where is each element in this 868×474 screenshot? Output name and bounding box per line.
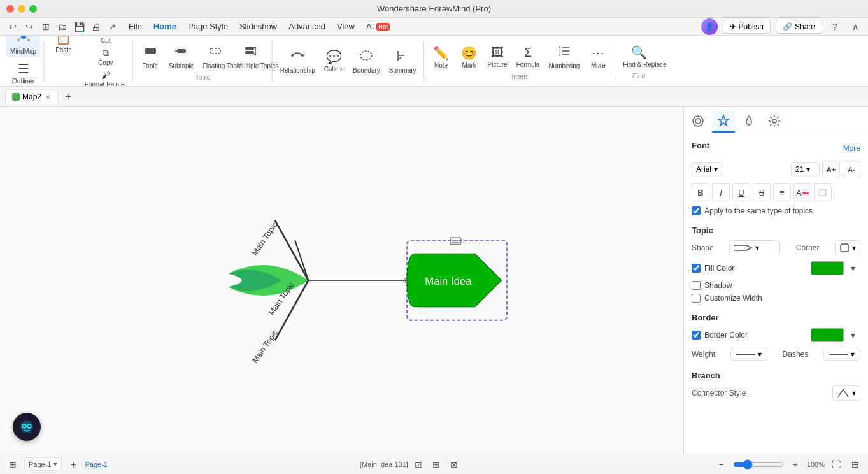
customize-width-checkbox[interactable]	[692, 294, 701, 303]
ai-robot-button[interactable]	[13, 413, 41, 441]
shadow-label: Shadow	[704, 281, 732, 290]
fill-color-checkbox[interactable]	[692, 264, 701, 273]
border-color-swatch[interactable]	[811, 328, 844, 342]
relationship-button[interactable]: Relationship	[276, 46, 319, 76]
save-button[interactable]: 💾	[71, 19, 87, 34]
format-painter-button[interactable]: 🖌 Format Painter	[82, 69, 129, 87]
grid-view-button[interactable]: ⊞	[429, 457, 444, 472]
corner-label: Corner	[796, 243, 820, 252]
panel-tab-settings[interactable]	[763, 110, 786, 133]
format-painter-icon: 🖌	[101, 70, 110, 80]
customize-width-label: Customize Width	[704, 294, 762, 303]
menu-file[interactable]: File	[124, 20, 147, 33]
summary-button[interactable]: Summary	[385, 46, 420, 76]
align-button[interactable]: ≡	[773, 183, 791, 201]
panel-tab-ai[interactable]	[712, 110, 735, 133]
close-button[interactable]	[6, 5, 14, 13]
sidebar-toggle-button[interactable]: ⊞	[5, 457, 20, 472]
maximize-button[interactable]	[29, 5, 37, 13]
highlight-button[interactable]	[814, 183, 832, 201]
help-button[interactable]: ?	[827, 19, 843, 34]
expand-button[interactable]: ⊠	[446, 457, 462, 472]
subtopic-button[interactable]: Subtopic	[165, 41, 197, 72]
mindmap-mode-button[interactable]: MindMap	[6, 36, 40, 57]
multiple-topics-button[interactable]: Multiple Topics	[233, 41, 269, 73]
publish-button[interactable]: ✈ Publish	[723, 20, 771, 34]
page-selector[interactable]: Page-1 ▾	[24, 457, 62, 471]
paste-button[interactable]: 📋 Paste	[48, 36, 80, 59]
panel-tab-style[interactable]	[687, 110, 709, 133]
topic-button[interactable]: Topic	[137, 41, 164, 72]
fullscreen-button[interactable]: ⛶	[829, 457, 844, 472]
menu-page-style[interactable]: Page Style	[183, 20, 233, 33]
panel-tab-marker[interactable]	[737, 110, 760, 133]
dashes-select[interactable]: ▾	[823, 348, 860, 361]
fit-view-button[interactable]: ⊡	[411, 457, 426, 472]
more-button[interactable]: ⋯ More	[585, 41, 611, 72]
minimize-button[interactable]	[18, 5, 25, 13]
cut-button[interactable]: ✂ Cut	[82, 36, 129, 45]
font-more-link[interactable]: More	[843, 144, 860, 153]
copy-button[interactable]: ⧉ Copy	[82, 47, 129, 68]
svg-point-29	[405, 277, 411, 284]
share-button[interactable]: 🔗 Share	[776, 20, 822, 34]
picture-button[interactable]: 🖼 Picture	[484, 41, 511, 72]
note-icon: ✏️	[433, 45, 449, 61]
border-color-checkbox[interactable]	[692, 331, 701, 340]
menu-home[interactable]: Home	[148, 20, 181, 33]
svg-point-20	[360, 51, 372, 60]
tab-map2[interactable]: Map2 ✕	[5, 89, 59, 104]
bold-button[interactable]: B	[692, 183, 709, 201]
undo-button[interactable]: ↩	[5, 19, 20, 34]
svg-line-32	[295, 240, 308, 280]
menu-view[interactable]: View	[332, 20, 360, 33]
callout-button[interactable]: 💬 Callout	[320, 46, 348, 76]
apply-same-checkbox[interactable]	[692, 206, 701, 215]
shadow-checkbox[interactable]	[692, 281, 701, 290]
summary-icon	[395, 48, 409, 66]
add-page-button[interactable]: +	[66, 457, 81, 472]
user-avatar[interactable]: 👤	[701, 18, 718, 35]
floating-topic-button[interactable]: Floating Topic	[199, 41, 232, 73]
mark-button[interactable]: 😊 Mark	[456, 41, 483, 72]
numbering-button[interactable]: 123 Numbering	[544, 41, 583, 72]
canvas[interactable]: Main Topic Main Topic Main Topic Main Id…	[0, 107, 683, 454]
open-button[interactable]: 🗂	[55, 19, 70, 34]
font-family-value: Arial	[696, 165, 711, 174]
font-increase-button[interactable]: A+	[822, 161, 840, 178]
find-replace-icon: 🔍	[631, 45, 647, 60]
menu-slideshow[interactable]: Slideshow	[234, 20, 282, 33]
collapse-button[interactable]: ∧	[848, 19, 863, 34]
export-button[interactable]: ↗	[104, 19, 120, 34]
connector-style-select[interactable]: ▾	[832, 385, 860, 401]
new-button[interactable]: ⊞	[38, 19, 53, 34]
zoom-in-button[interactable]: +	[788, 457, 803, 472]
redo-button[interactable]: ↪	[22, 19, 37, 34]
weight-select[interactable]: ▾	[730, 348, 767, 361]
outliner-mode-button[interactable]: ☰ Outliner	[6, 59, 40, 87]
formula-button[interactable]: Σ Formula	[513, 41, 544, 72]
shape-select[interactable]: ▾	[729, 240, 780, 255]
tab-close-button[interactable]: ✕	[44, 94, 52, 101]
font-decrease-button[interactable]: A-	[843, 161, 860, 178]
font-size-input[interactable]: 21 ▾	[791, 162, 820, 176]
corner-select[interactable]: ▾	[835, 240, 860, 255]
boundary-button[interactable]: Boundary	[349, 46, 384, 76]
layout-button[interactable]: ⊟	[848, 457, 863, 472]
new-tab-button[interactable]: +	[61, 90, 75, 104]
strikethrough-button[interactable]: S	[753, 183, 771, 201]
italic-button[interactable]: I	[712, 183, 730, 201]
find-replace-button[interactable]: 🔍 Find & Replace	[619, 42, 658, 71]
zoom-slider[interactable]	[733, 459, 784, 470]
fill-color-dropdown[interactable]: ▾	[845, 261, 860, 276]
border-color-dropdown[interactable]: ▾	[845, 327, 860, 343]
menu-advanced[interactable]: Advanced	[283, 20, 331, 33]
print-button[interactable]: 🖨	[88, 19, 103, 34]
menu-ai[interactable]: AI Hot	[361, 20, 395, 33]
note-button[interactable]: ✏️ Note	[428, 41, 455, 72]
font-family-select[interactable]: Arial ▾	[692, 162, 722, 176]
underline-button[interactable]: U	[732, 183, 750, 201]
fill-color-swatch[interactable]	[811, 261, 844, 275]
zoom-out-button[interactable]: −	[714, 457, 729, 472]
font-color-button[interactable]: A	[793, 183, 811, 201]
